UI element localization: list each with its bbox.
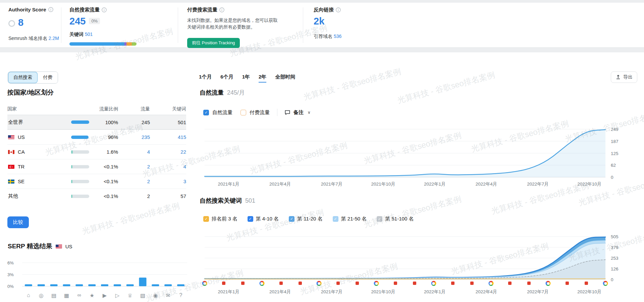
google-update-marker[interactable]: [259, 281, 264, 286]
svg-text:i: i: [338, 8, 338, 12]
organic-traffic-checkbox[interactable]: ✓: [203, 110, 209, 115]
note-marker[interactable]: [241, 282, 245, 285]
keywords-legend: ✓排名前 3 名 ✓第 4-10 名 ✓第 11-20 名 ✓第 21-50 名…: [203, 216, 414, 222]
google-update-marker[interactable]: [202, 281, 207, 286]
faq-icon[interactable]: ✉: [165, 292, 171, 299]
keywords-bar-segment-top100: [132, 42, 137, 46]
serp-section-title: SERP 精选结果 US: [8, 242, 72, 251]
x-tick-label: 2022年10月: [577, 289, 601, 295]
timeline-markers: [205, 281, 605, 286]
organic-traffic-label: 自然搜索流量 i: [69, 7, 107, 13]
x-tick-label: 2021年7月: [321, 289, 343, 295]
x-tick-label: 2021年1月: [218, 289, 239, 295]
people-also-ask-icon[interactable]: ?: [178, 292, 184, 299]
tab-paid[interactable]: 付费: [38, 72, 58, 83]
note-marker[interactable]: [508, 282, 512, 285]
info-icon[interactable]: i: [48, 7, 53, 12]
x-tick-label: 2022年1月: [424, 181, 446, 187]
keywords-chart[interactable]: [205, 237, 605, 280]
traffic-chart-xaxis: 2021年1月2021年4月2021年7月2021年10月2022年1月2022…: [205, 181, 605, 188]
table-row-se[interactable]: SE <0.1% 2 3: [7, 174, 186, 189]
x-tick-label: 2021年7月: [321, 181, 343, 187]
note-marker[interactable]: [585, 282, 588, 285]
table-row-other: 其他 <0.1% 2 57: [7, 189, 186, 203]
time-tab-1y[interactable]: 1年: [242, 74, 250, 83]
keywords-bar-segment-top3: [69, 42, 124, 46]
notes-label[interactable]: 备注: [293, 109, 304, 116]
keywords-bar-segment-top20: [126, 42, 132, 46]
position-tracking-button[interactable]: 前往 Position Tracking: [187, 38, 240, 48]
table-row-us[interactable]: US 96% 235 415: [7, 130, 186, 144]
local-pack-icon[interactable]: ◎: [38, 292, 44, 299]
legend-51-100[interactable]: ✓第 51-100 名: [377, 216, 414, 222]
paid-traffic-checkbox[interactable]: ✓: [240, 110, 246, 115]
legend-top3[interactable]: ✓排名前 3 名: [203, 216, 237, 222]
featured-video-icon[interactable]: ▷: [114, 292, 120, 299]
note-marker[interactable]: [279, 282, 283, 285]
time-tab-2y[interactable]: 2年: [259, 74, 266, 83]
note-marker[interactable]: [413, 282, 416, 285]
countries-title: 按国家/地区划分: [7, 88, 54, 97]
note-marker[interactable]: [336, 282, 340, 285]
note-marker[interactable]: [566, 282, 569, 285]
video-icon[interactable]: ▶: [102, 292, 108, 299]
y-tick-label: 126: [611, 266, 619, 271]
info-icon[interactable]: i: [102, 7, 107, 12]
news-icon[interactable]: ▤: [51, 292, 57, 299]
image-icon[interactable]: ▧: [140, 292, 146, 299]
organic-traffic-chart[interactable]: [205, 129, 605, 177]
y-tick-label: 187: [611, 139, 619, 144]
sitelinks-icon[interactable]: ∞: [76, 292, 82, 299]
image-pack-icon[interactable]: ▦: [63, 292, 69, 299]
tab-organic[interactable]: 自然搜索: [8, 72, 38, 83]
info-icon[interactable]: i: [219, 7, 224, 12]
note-marker[interactable]: [222, 282, 225, 285]
shopping-icon[interactable]: ♕: [127, 292, 133, 299]
traffic-type-tabs: 自然搜索 付费: [8, 71, 58, 84]
note-marker[interactable]: [470, 282, 474, 285]
organic-traffic-chart-title: 自然流量245/月: [200, 89, 245, 97]
authority-score-value: 8: [18, 17, 23, 28]
authority-gauge-icon: [8, 20, 15, 27]
organic-traffic-value: 245: [69, 16, 86, 27]
note-marker[interactable]: [451, 282, 454, 285]
google-update-marker[interactable]: [317, 281, 322, 286]
serp-features-chart: 6% 3% 0%: [7, 258, 187, 288]
traffic-chart-yaxis: 249187125620: [611, 129, 628, 177]
note-marker[interactable]: [527, 282, 531, 285]
google-update-marker[interactable]: [546, 281, 551, 286]
legend-11-20[interactable]: ✓第 11-20 名: [289, 216, 323, 222]
note-marker[interactable]: [356, 282, 359, 285]
keywords-count: 关键词 501: [69, 32, 107, 38]
chevron-down-icon[interactable]: ∨: [308, 110, 311, 115]
legend-21-50[interactable]: ✓第 21-50 名: [333, 216, 367, 222]
tr-flag-icon: [8, 164, 14, 169]
time-tab-all[interactable]: 全部时间: [275, 74, 295, 83]
table-row-ca[interactable]: CA 1.6% 4 22: [7, 144, 186, 159]
x-tick-label: 2022年7月: [527, 181, 549, 187]
table-row-worldwide[interactable]: 全世界 100% 245 501: [7, 115, 186, 130]
table-row-tr[interactable]: TR <0.1% 2 4: [7, 159, 186, 174]
instant-answer-icon[interactable]: ⌂: [25, 292, 32, 299]
export-button[interactable]: 导出: [611, 71, 637, 83]
time-tab-6m[interactable]: 6个月: [220, 74, 233, 83]
compare-button[interactable]: 比较: [7, 216, 29, 228]
video-carousel-icon[interactable]: ◉: [152, 292, 158, 299]
paid-no-data-message: 未找到数据。如果这是您的域名，您可以获取 关键词排名相关的所有必要数据。: [187, 17, 278, 31]
x-tick-label: 2021年1月: [218, 181, 239, 187]
info-icon[interactable]: i: [336, 7, 341, 12]
google-update-marker[interactable]: [431, 281, 436, 286]
note-marker[interactable]: [299, 282, 302, 285]
time-tab-1m[interactable]: 1个月: [199, 74, 212, 83]
google-update-marker[interactable]: [603, 281, 608, 286]
reviews-icon[interactable]: ★: [89, 292, 95, 299]
x-tick-label: 2022年4月: [476, 181, 497, 187]
svg-text:i: i: [50, 8, 51, 11]
legend-4-10[interactable]: ✓第 4-10 名: [248, 216, 279, 222]
google-update-marker[interactable]: [374, 281, 379, 286]
x-tick-label: 2021年10月: [371, 289, 395, 295]
x-tick-label: 2022年1月: [424, 289, 446, 295]
google-update-marker[interactable]: [488, 281, 493, 286]
overview-card: 自然搜索 付费 按国家/地区划分 国家 流量比例 流量 关键词 全世界 100%…: [0, 52, 644, 302]
note-marker[interactable]: [394, 282, 397, 285]
